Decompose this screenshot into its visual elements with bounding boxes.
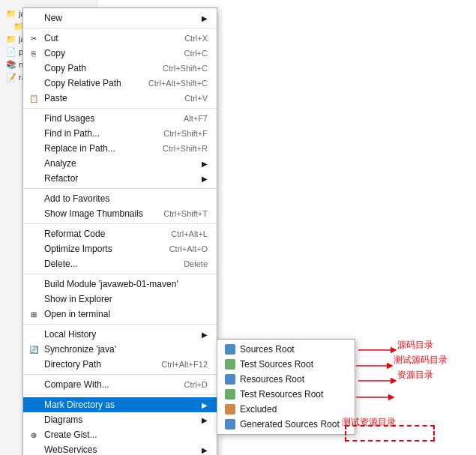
menu-shortcut-compare: Ctrl+D (184, 380, 208, 389)
menu-shortcut-replace-in-path: Ctrl+Shift+R (163, 144, 208, 153)
menu-shortcut-paste: Ctrl+V (184, 94, 208, 103)
menu-label-delete: Delete... (44, 259, 169, 269)
gist-icon: ⊕ (28, 429, 40, 441)
submenu-item-test-sources-root[interactable]: Test Sources Root (217, 357, 355, 372)
cut-icon: ✂ (28, 32, 40, 44)
menu-label-compare: Compare With... (44, 379, 169, 390)
menu-item-synchronize[interactable]: 🔄 Synchronize 'java' (23, 342, 217, 357)
submenu-item-test-resources-root[interactable]: Test Resources Root (217, 387, 355, 402)
menu-label-mark-directory: Mark Directory as (44, 400, 196, 410)
submenu-label-resources-root: Resources Root (240, 374, 304, 385)
menu-shortcut-optimize-imports: Ctrl+Alt+O (169, 244, 208, 253)
submenu-item-generated-sources-root[interactable]: Generated Sources Root (217, 417, 355, 432)
menu-label-analyze: Analyze (44, 158, 196, 169)
menu-item-reformat[interactable]: Reformat Code Ctrl+Alt+L (23, 226, 217, 241)
menu-item-optimize-imports[interactable]: Optimize Imports Ctrl+Alt+O (23, 241, 217, 256)
menu-item-webservices[interactable]: WebServices ▶ (23, 442, 217, 455)
menu-item-show-explorer[interactable]: Show in Explorer (23, 292, 217, 307)
copy-icon: ⎘ (28, 47, 40, 59)
submenu-item-excluded[interactable]: Excluded (217, 402, 355, 417)
submenu-label-test-sources-root: Test Sources Root (240, 359, 313, 370)
menu-label-directory-path: Directory Path (44, 359, 146, 370)
menu-item-new[interactable]: New ▶ (23, 10, 217, 25)
menu-item-copy[interactable]: ⎘ Copy Ctrl+C (23, 46, 217, 61)
test-resources-root-icon (225, 389, 235, 400)
menu-label-show-thumbnails: Show Image Thumbnails (44, 208, 148, 219)
separator-4 (23, 223, 217, 224)
submenu-item-sources-root[interactable]: Sources Root (217, 342, 355, 357)
submenu-mark-directory: Sources Root Test Sources Root Resources… (217, 339, 355, 435)
terminal-icon: ⊞ (28, 308, 40, 320)
menu-shortcut-reformat: Ctrl+Alt+L (171, 229, 208, 238)
menu-item-local-history[interactable]: Local History ▶ (23, 327, 217, 342)
arrow-test-sources (356, 358, 446, 373)
menu-item-compare[interactable]: Compare With... Ctrl+D (23, 377, 217, 392)
separator-5 (23, 274, 217, 274)
menu-item-create-gist[interactable]: ⊕ Create Gist... (23, 427, 217, 442)
submenu-item-resources-root[interactable]: Resources Root (217, 372, 355, 387)
menu-label-copy-path: Copy Path (44, 63, 148, 73)
menu-label-refactor: Refactor (44, 173, 196, 184)
menu-label-optimize-imports: Optimize Imports (44, 244, 154, 254)
menu-item-replace-in-path[interactable]: Replace in Path... Ctrl+Shift+R (23, 141, 217, 156)
menu-shortcut-copy-relative-path: Ctrl+Alt+Shift+C (148, 79, 208, 88)
sync-icon: 🔄 (28, 343, 40, 355)
menu-label-find-usages: Find Usages (44, 113, 169, 124)
menu-item-find-usages[interactable]: Find Usages Alt+F7 (23, 111, 217, 126)
menu-item-copy-path[interactable]: Copy Path Ctrl+Shift+C (23, 61, 217, 76)
menu-arrow-refactor: ▶ (202, 175, 208, 183)
menu-label-diagrams: Diagrams (44, 415, 196, 425)
submenu-label-test-resources-root: Test Resources Root (240, 389, 323, 400)
menu-item-show-thumbnails[interactable]: Show Image Thumbnails Ctrl+Shift+T (23, 206, 217, 221)
menu-label-cut: Cut (44, 33, 169, 43)
arrow-resources (358, 373, 448, 388)
menu-arrow-mark-directory: ▶ (202, 401, 208, 409)
submenu-label-sources-root: Sources Root (240, 344, 295, 355)
separator-8 (23, 394, 217, 395)
menu-arrow-new: ▶ (202, 14, 208, 22)
separator-7 (23, 374, 217, 375)
menu-item-copy-relative-path[interactable]: Copy Relative Path Ctrl+Alt+Shift+C (23, 76, 217, 91)
menu-item-mark-directory[interactable]: Mark Directory as ▶ (23, 397, 217, 412)
menu-item-diagrams[interactable]: Diagrams ▶ (23, 412, 217, 427)
menu-item-cut[interactable]: ✂ Cut Ctrl+X (23, 31, 217, 46)
menu-item-find-in-path[interactable]: Find in Path... Ctrl+Shift+F (23, 126, 217, 141)
menu-label-reformat: Reformat Code (44, 229, 156, 239)
menu-arrow-webservices: ▶ (202, 446, 208, 454)
menu-label-webservices: WebServices (44, 445, 196, 455)
menu-arrow-diagrams: ▶ (202, 416, 208, 424)
excluded-icon (225, 404, 235, 415)
menu-label-open-terminal: Open in terminal (44, 309, 208, 319)
menu-item-open-terminal[interactable]: ⊞ Open in terminal (23, 307, 217, 322)
menu-item-build[interactable]: Build Module 'javaweb-01-maven' (23, 277, 217, 292)
separator-2 (23, 108, 217, 109)
menu-label-copy: Copy (44, 48, 169, 58)
sources-root-icon (225, 344, 235, 355)
arrow-test-resources (356, 390, 446, 427)
menu-item-directory-path[interactable]: Directory Path Ctrl+Alt+F12 (23, 357, 217, 372)
submenu-label-generated-sources-root: Generated Sources Root (240, 419, 340, 430)
menu-item-analyze[interactable]: Analyze ▶ (23, 156, 217, 171)
menu-shortcut-cut: Ctrl+X (184, 34, 208, 43)
menu-item-add-favorites[interactable]: Add to Favorites (23, 191, 217, 206)
menu-shortcut-copy: Ctrl+C (184, 49, 208, 58)
menu-shortcut-show-thumbnails: Ctrl+Shift+T (163, 209, 208, 218)
menu-shortcut-copy-path: Ctrl+Shift+C (163, 64, 208, 73)
menu-shortcut-find-in-path: Ctrl+Shift+F (163, 129, 208, 138)
menu-shortcut-delete: Delete (184, 259, 208, 268)
menu-shortcut-find-usages: Alt+F7 (184, 114, 208, 123)
context-menu: New ▶ ✂ Cut Ctrl+X ⎘ Copy Ctrl+C Copy Pa… (22, 7, 217, 455)
menu-item-paste[interactable]: 📋 Paste Ctrl+V (23, 91, 217, 106)
resources-root-icon (225, 374, 235, 385)
separator-1 (23, 28, 217, 28)
menu-arrow-analyze: ▶ (202, 160, 208, 168)
menu-label-synchronize: Synchronize 'java' (44, 344, 208, 355)
menu-item-refactor[interactable]: Refactor ▶ (23, 171, 217, 186)
menu-label-show-explorer: Show in Explorer (44, 294, 208, 304)
menu-label-paste: Paste (44, 93, 169, 103)
menu-item-delete[interactable]: Delete... Delete (23, 256, 217, 271)
test-sources-root-icon (225, 359, 235, 370)
menu-label-new: New (44, 13, 196, 23)
generated-sources-root-icon (225, 419, 235, 430)
menu-label-create-gist: Create Gist... (44, 430, 208, 440)
